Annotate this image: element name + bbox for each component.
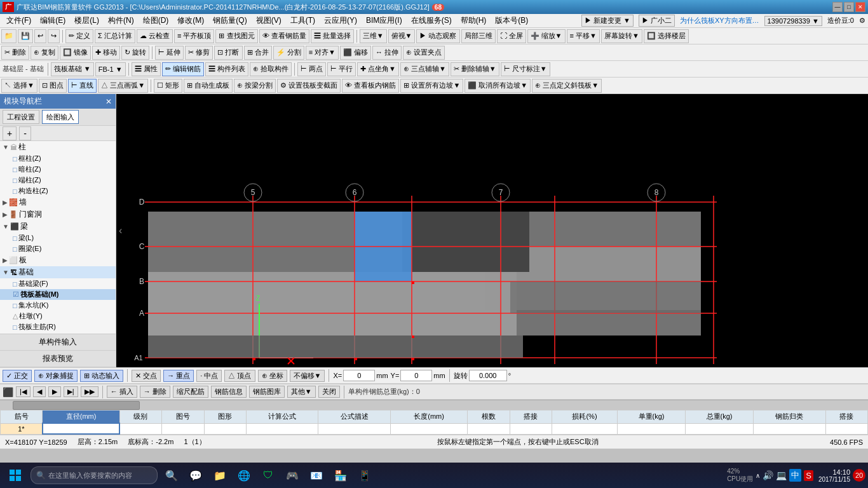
intersection-button[interactable]: ✕ 交点 — [132, 370, 161, 382]
mirror-button[interactable]: 🔲 镜像 — [60, 46, 91, 60]
ortho-button[interactable]: ✓ 正交 — [3, 370, 32, 382]
taskbar-app-search[interactable]: 🔍 — [160, 464, 183, 487]
find-element-button[interactable]: ⊞ 查找图元 — [215, 29, 257, 43]
tree-item-frame-column[interactable]: □ 框柱(Z) — [0, 153, 116, 164]
tree-item-struct-column[interactable]: □ 构造柱(Z) — [0, 186, 116, 196]
split-button[interactable]: ⚡ 分割 — [273, 46, 304, 60]
minimize-button[interactable]: — — [832, 2, 843, 12]
menu-bim[interactable]: BIM应用(I) — [362, 14, 406, 27]
move-button[interactable]: ✚ 移动 — [92, 46, 120, 60]
set-all-slope-button[interactable]: ⊞ 设置所有边坡▼ — [400, 79, 463, 93]
tree-item-raft-found[interactable]: ☑ 筏板基础(M) — [0, 289, 116, 300]
menu-edit[interactable]: 编辑(E) — [36, 14, 69, 27]
auto-gen-slab-button[interactable]: ⊞ 自动生成板 — [184, 79, 233, 93]
network-icon[interactable]: 💻 — [776, 470, 787, 480]
drawing-input-button[interactable]: 绘图输入 — [42, 110, 79, 124]
cloud-check-button[interactable]: ☁ 云检查 — [137, 29, 173, 43]
rebar-last-button[interactable]: ▶| — [64, 386, 78, 397]
start-button[interactable] — [3, 464, 28, 487]
align-top-button[interactable]: ≡ 平齐板顶 — [174, 29, 214, 43]
menu-floor[interactable]: 楼层(L) — [71, 14, 103, 27]
canvas-expand-icon[interactable]: ‹ — [119, 225, 122, 236]
stretch-button[interactable]: ↔ 拉伸 — [372, 46, 402, 60]
taskbar-app-mail[interactable]: 📧 — [305, 464, 328, 487]
sidebar-close-icon[interactable]: ✕ — [105, 97, 112, 106]
close-panel-button[interactable]: 关闭 — [318, 386, 340, 398]
batch-select-button[interactable]: ☰ 批量选择 — [311, 29, 354, 43]
tree-item-door-window[interactable]: ▶ 🚪 门窗洞 — [0, 208, 116, 220]
delete-axis-button[interactable]: ✂ 删除辅轴▼ — [451, 62, 499, 76]
report-preview-button[interactable]: 报表预览 — [0, 351, 116, 367]
view-rebar-button[interactable]: 👁 查看钢筋量 — [259, 29, 309, 43]
taskbar-app-edge[interactable]: 🌐 — [233, 464, 255, 487]
menu-modify[interactable]: 修改(M) — [173, 14, 208, 27]
tree-item-beam-l[interactable]: □ 梁(L) — [0, 233, 116, 243]
3d-button[interactable]: 三维▼ — [360, 29, 387, 43]
taskbar-app-store[interactable]: 🏪 — [329, 464, 352, 487]
local-3d-button[interactable]: 局部三维 — [461, 29, 496, 43]
two-point-button[interactable]: ⊢ 两点 — [297, 62, 326, 76]
undo-button[interactable]: ↩ — [34, 29, 46, 43]
offset-button[interactable]: ⬛ 偏移 — [340, 46, 371, 60]
tree-item-wall[interactable]: ▶ 🧱 墙 — [0, 196, 116, 208]
rebar-info-button[interactable]: 钢筋信息 — [211, 386, 247, 398]
drawing-canvas[interactable]: 5 6 7 8 D C B A A1 Z — [116, 94, 868, 367]
taskbar-app-chat[interactable]: 💬 — [184, 464, 207, 487]
menu-draw[interactable]: 绘图(D) — [139, 14, 173, 27]
define-button[interactable]: ✏ 定义 — [65, 29, 93, 43]
rebar-first-button[interactable]: |◀ — [16, 386, 31, 397]
menu-component[interactable]: 构件(N) — [104, 14, 138, 27]
parallel-button[interactable]: ⊢ 平行 — [327, 62, 356, 76]
tree-item-slab[interactable]: ▶ ⬜ 板 — [0, 254, 116, 266]
line-button[interactable]: ⊢ 直线 — [68, 79, 97, 93]
single-component-button[interactable]: 单构件输入 — [0, 334, 116, 351]
dynamic-view-button[interactable]: ▶ 动态观察 — [416, 29, 459, 43]
scroll-thumb[interactable] — [13, 401, 140, 410]
layer-type-dropdown[interactable]: 筏板基础 ▼ — [51, 62, 94, 76]
rotate-field[interactable] — [469, 370, 507, 381]
split-by-beam-button[interactable]: ⊕ 按梁分割 — [234, 79, 276, 93]
fullscreen-button[interactable]: ⛶ 全屏 — [497, 29, 526, 43]
menu-version[interactable]: 版本号(B) — [491, 14, 532, 27]
three-point-slab-button[interactable]: ⊕ 三点定义斜筏板▼ — [532, 79, 602, 93]
project-settings-button[interactable]: 工程设置 — [3, 110, 39, 124]
merge-button[interactable]: ⊞ 合并 — [244, 46, 272, 60]
set-slab-section-button[interactable]: ⚙ 设置筏板变截面 — [277, 79, 341, 93]
cancel-all-slope-button[interactable]: ⬛ 取消所有边坡▼ — [465, 79, 531, 93]
canvas-area[interactable]: 5 6 7 8 D C B A A1 Z — [116, 94, 868, 367]
break-button[interactable]: ⊡ 打断 — [214, 46, 242, 60]
object-snap-button[interactable]: ⊕ 对象捕捉 — [34, 370, 78, 382]
point-button[interactable]: ⊡ 图点 — [39, 79, 67, 93]
rebar-next-button[interactable]: ▶ — [48, 386, 61, 397]
rebar-lib-button[interactable]: 钢筋图库 — [249, 386, 285, 398]
tree-item-sump[interactable]: □ 集水坑(K) — [0, 300, 116, 311]
trim-button[interactable]: ✂ 修剪 — [185, 46, 213, 60]
view-slab-rebar-button[interactable]: 👁 查看板内钢筋 — [342, 79, 399, 93]
new-change-button[interactable]: ▶ 新建变更 ▼ — [581, 15, 634, 27]
top-view-button[interactable]: 俯视▼ — [388, 29, 416, 43]
no-offset-button[interactable]: 不偏移▼ — [290, 370, 325, 382]
close-button[interactable]: ✕ — [855, 2, 865, 12]
tree-item-end-column[interactable]: □ 端柱(Z) — [0, 175, 116, 186]
cell-diameter[interactable] — [43, 423, 119, 434]
zoom-button[interactable]: ➕ 缩放▼ — [527, 29, 566, 43]
edit-rebar-button[interactable]: ✏ 编辑钢筋 — [162, 62, 204, 76]
tree-item-ring-beam[interactable]: □ 圈梁(E) — [0, 243, 116, 254]
tray-expand-icon[interactable]: ∧ — [756, 472, 760, 479]
copy-button[interactable]: ⊕ 复制 — [31, 46, 58, 60]
delete-button[interactable]: ✂ 删除 — [1, 46, 29, 60]
arc-button[interactable]: △ 三点画弧▼ — [98, 79, 148, 93]
menu-help[interactable]: 帮助(H) — [457, 14, 491, 27]
taskbar-app-phone[interactable]: 📱 — [353, 464, 376, 487]
save-button[interactable]: 💾 — [18, 29, 33, 43]
sidebar-remove-button[interactable]: - — [19, 126, 31, 140]
rebar-prev-button[interactable]: ◀ — [33, 386, 46, 397]
tree-item-hidden-column[interactable]: □ 暗柱(Z) — [0, 164, 116, 175]
dimension-button[interactable]: ⊢ 尺寸标注▼ — [501, 62, 550, 76]
menu-tools[interactable]: 工具(T) — [287, 14, 319, 27]
set-grip-button[interactable]: ⊕ 设置夹点 — [403, 46, 445, 60]
menu-rebar-qty[interactable]: 钢筋量(Q) — [209, 14, 250, 27]
tree-item-column[interactable]: ▼ 🏛 柱 — [0, 141, 116, 153]
phone-button[interactable]: 13907298339 ▼ — [764, 16, 822, 26]
three-point-axis-button[interactable]: ⊕ 三点辅轴▼ — [400, 62, 449, 76]
